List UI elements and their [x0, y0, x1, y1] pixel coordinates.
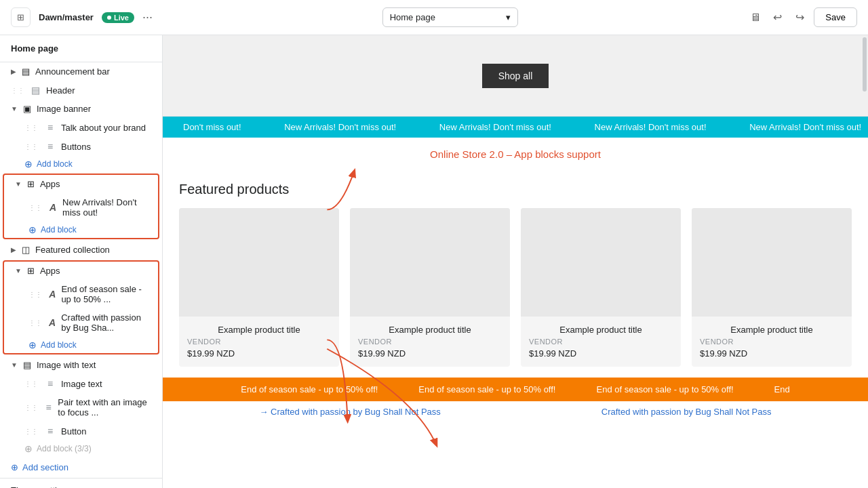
orange-item-1: End of season sale - up to 50% off! [241, 384, 378, 394]
store-name: Dawn/master [39, 12, 94, 22]
sidebar-item-pair-text[interactable]: ⋮⋮ ≡ Pair text with an image to focus ..… [0, 393, 162, 422]
more-button[interactable]: ··· [142, 10, 153, 24]
apps-section-1: ▼ ⊞ Apps ⋮⋮ A New Arrivals! Don't miss o… [3, 174, 159, 239]
add-block-label-3: Add block [41, 340, 77, 350]
apps-2-icon: ⊞ [27, 266, 35, 276]
chevron-down-icon: ▾ [506, 12, 511, 22]
product-vendor-3: VENDOR [529, 338, 673, 346]
featured-products-section: Featured products Example product title … [163, 171, 868, 378]
add-section-label: Add section [22, 462, 68, 472]
sidebar-item-apps-1[interactable]: ▼ ⊞ Apps [4, 175, 158, 193]
sidebar-item-header[interactable]: ⋮⋮ ▤ Header [0, 81, 162, 100]
drag-icon-buttons: ⋮⋮ [24, 143, 38, 150]
crafted-text-1: → Crafted with passion by Bug Shall Not … [259, 407, 440, 417]
sidebar-label-new-arrivals: New Arrivals! Don't miss out! [62, 197, 147, 218]
product-info-1: Example product title VENDOR $19.99 NZD [179, 317, 339, 367]
product-price-3: $19.99 NZD [529, 348, 673, 359]
product-card-1: Example product title VENDOR $19.99 NZD [179, 208, 339, 367]
sidebar-item-talk-about-brand[interactable]: ⋮⋮ ≡ Talk about your brand [0, 118, 162, 137]
section-icon: ▤ [22, 66, 30, 77]
undo-button[interactable]: ↩ [769, 8, 786, 26]
sidebar-item-announcement-bar[interactable]: ▶ ▤ Announcement bar [0, 62, 162, 81]
add-block-button-1[interactable]: ⊕ Add block [0, 156, 162, 172]
add-section-button[interactable]: ⊕ Add section [0, 457, 162, 478]
drag-icon-crafted: ⋮⋮ [28, 319, 42, 327]
drag-icon: ⋮⋮ [11, 87, 24, 94]
hero-area: Shop all [163, 35, 868, 117]
product-image-3 [521, 208, 681, 317]
add-block-label-4: Add block (3/3) [37, 444, 92, 453]
add-block-button-2[interactable]: ⊕ Add block [4, 222, 158, 238]
shop-all-button[interactable]: Shop all [482, 64, 549, 88]
chevron-down-icon-banner: ▼ [11, 105, 18, 113]
buttons-icon: ≡ [45, 141, 56, 152]
sidebar-label-crafted: Crafted with passion by Bug Sha... [61, 312, 147, 333]
sidebar-label-featured-collection: Featured collection [35, 245, 110, 255]
chevron-right-icon-featured: ▶ [11, 246, 16, 253]
sidebar-label-header: Header [46, 85, 75, 96]
header-section-icon: ▤ [30, 85, 41, 96]
topbar-right: 🖥 ↩ ↪ Save [747, 7, 857, 27]
marquee-item-1: Don't miss out! [183, 122, 241, 132]
product-vendor-1: VENDOR [187, 338, 331, 346]
product-card-2: Example product title VENDOR $19.99 NZD [350, 208, 510, 367]
save-button[interactable]: Save [814, 7, 857, 27]
product-image-2 [350, 208, 510, 317]
main-layout: Home page ▶ ▤ Announcement bar ⋮⋮ ▤ Head… [0, 35, 868, 488]
sidebar-item-apps-2[interactable]: ▼ ⊞ Apps [4, 262, 158, 280]
sidebar-item-buttons[interactable]: ⋮⋮ ≡ Buttons [0, 137, 162, 156]
page-select-text: Home page [390, 12, 500, 22]
chevron-down-icon-apps1: ▼ [15, 180, 22, 188]
pair-text-icon: ≡ [45, 402, 52, 413]
crafted-row: → Crafted with passion by Bug Shall Not … [179, 407, 852, 417]
chevron-down-icon-apps2: ▼ [15, 267, 22, 274]
product-price-4: $19.99 NZD [700, 348, 844, 359]
sidebar-item-end-of-season[interactable]: ⋮⋮ A End of season sale - up to 50% ... [4, 280, 158, 308]
product-image-4 [692, 208, 852, 317]
live-label: Live [114, 14, 129, 22]
redo-button[interactable]: ↪ [791, 8, 808, 26]
sidebar-label-end-of-season: End of season sale - up to 50% ... [61, 284, 147, 304]
sidebar-item-crafted[interactable]: ⋮⋮ A Crafted with passion by Bug Sha... [4, 308, 158, 337]
theme-settings-link[interactable]: Theme settings [0, 478, 162, 488]
marquee-item-5: New Arrivals! Don't miss out! [749, 122, 861, 132]
product-price-1: $19.99 NZD [187, 348, 331, 359]
drag-icon-pair-text: ⋮⋮ [24, 404, 38, 411]
marquee-item-2: New Arrivals! Don't miss out! [284, 122, 396, 132]
product-price-2: $19.99 NZD [358, 348, 502, 359]
sidebar-item-image-banner[interactable]: ▼ ▣ Image banner [0, 100, 162, 118]
apps-section-2: ▼ ⊞ Apps ⋮⋮ A End of season sale - up to… [3, 260, 159, 354]
button-child-icon: ≡ [45, 426, 56, 436]
add-block-button-4-disabled: ⊕ Add block (3/3) [0, 441, 162, 457]
sidebar-item-image-text-child[interactable]: ⋮⋮ ≡ Image text [0, 374, 162, 393]
grid-icon-button[interactable]: ⊞ [11, 7, 31, 27]
add-block-button-3[interactable]: ⊕ Add block [4, 337, 158, 353]
crafted-area: → Crafted with passion by Bug Shall Not … [163, 401, 868, 422]
page-select-dropdown[interactable]: Home page ▾ [382, 7, 518, 27]
sidebar-item-featured-collection[interactable]: ▶ ◫ Featured collection [0, 241, 162, 259]
product-image-1 [179, 208, 339, 317]
sidebar-item-button-child[interactable]: ⋮⋮ ≡ Button [0, 422, 162, 441]
canvas: Shop all Don't miss out! New Arrivals! D… [163, 35, 868, 488]
featured-products-title: Featured products [179, 182, 852, 197]
app-block-icon-1: A [49, 202, 57, 213]
sidebar-label-pair-text: Pair text with an image to focus ... [58, 397, 151, 418]
product-info-3: Example product title VENDOR $19.99 NZD [521, 317, 681, 367]
image-banner-icon: ▣ [23, 104, 31, 114]
canvas-scrollbar[interactable] [863, 35, 868, 488]
sidebar-label-image-text-child: Image text [61, 379, 102, 389]
device-preview-button[interactable]: 🖥 [747, 9, 764, 26]
live-badge: Live [102, 12, 134, 23]
sidebar-label-apps-1: Apps [40, 179, 60, 189]
online-store-note: Online Store 2.0 – App blocks support [163, 138, 868, 171]
sidebar-item-image-with-text[interactable]: ▼ ▤ Image with text [0, 356, 162, 374]
sidebar-item-new-arrivals[interactable]: ⋮⋮ A New Arrivals! Don't miss out! [4, 193, 158, 222]
sidebar-label-image-banner: Image banner [37, 104, 91, 114]
plus-icon-4-disabled: ⊕ [24, 443, 33, 454]
drag-icon-end-season: ⋮⋮ [28, 291, 42, 298]
product-title-3: Example product title [529, 325, 673, 335]
plus-icon-1: ⊕ [24, 159, 33, 169]
topbar-center: Home page ▾ [382, 7, 518, 27]
sidebar-label-button-child: Button [61, 426, 87, 436]
plus-icon-3: ⊕ [28, 340, 37, 350]
